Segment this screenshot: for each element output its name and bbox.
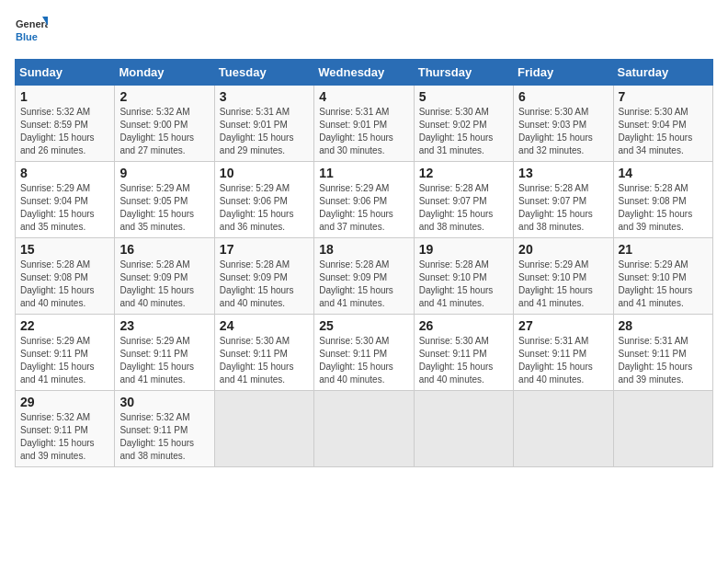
day-number: 25	[319, 318, 408, 333]
calendar-cell: 14 Sunrise: 5:28 AMSunset: 9:08 PMDaylig…	[613, 162, 712, 238]
day-number: 17	[220, 242, 309, 257]
day-number: 13	[518, 166, 608, 180]
calendar-cell: 18 Sunrise: 5:28 AMSunset: 9:09 PMDaylig…	[314, 238, 414, 315]
day-info: Sunrise: 5:28 AMSunset: 9:07 PMDaylight:…	[419, 183, 494, 232]
calendar-cell: 29 Sunrise: 5:32 AMSunset: 9:11 PMDaylig…	[16, 391, 115, 467]
day-info: Sunrise: 5:30 AMSunset: 9:11 PMDaylight:…	[220, 336, 294, 385]
calendar-cell: 28 Sunrise: 5:31 AMSunset: 9:11 PMDaylig…	[613, 315, 712, 391]
day-info: Sunrise: 5:29 AMSunset: 9:04 PMDaylight:…	[20, 183, 95, 232]
day-number: 26	[419, 318, 508, 333]
calendar-cell: 7 Sunrise: 5:30 AMSunset: 9:04 PMDayligh…	[613, 86, 712, 162]
calendar-cell: 6 Sunrise: 5:30 AMSunset: 9:03 PMDayligh…	[514, 86, 613, 162]
day-number: 4	[319, 89, 408, 104]
day-info: Sunrise: 5:32 AMSunset: 9:11 PMDaylight:…	[119, 412, 194, 461]
day-info: Sunrise: 5:28 AMSunset: 9:09 PMDaylight:…	[319, 259, 393, 308]
svg-text:General: General	[16, 18, 48, 29]
calendar-cell: 1 Sunrise: 5:32 AMSunset: 8:59 PMDayligh…	[16, 86, 115, 162]
day-number: 16	[119, 242, 209, 257]
day-number: 20	[518, 242, 608, 257]
day-info: Sunrise: 5:29 AMSunset: 9:11 PMDaylight:…	[20, 336, 95, 385]
calendar-cell: 23 Sunrise: 5:29 AMSunset: 9:11 PMDaylig…	[115, 315, 214, 391]
day-number: 23	[119, 318, 209, 333]
day-info: Sunrise: 5:28 AMSunset: 9:09 PMDaylight:…	[119, 259, 194, 308]
weekday-header-row: SundayMondayTuesdayWednesdayThursdayFrid…	[16, 60, 713, 86]
calendar-cell: 16 Sunrise: 5:28 AMSunset: 9:09 PMDaylig…	[115, 238, 214, 315]
calendar-cell: 11 Sunrise: 5:29 AMSunset: 9:06 PMDaylig…	[314, 162, 414, 238]
calendar-week-row: 29 Sunrise: 5:32 AMSunset: 9:11 PMDaylig…	[16, 391, 713, 467]
weekday-header-tuesday: Tuesday	[214, 60, 313, 86]
calendar-week-row: 22 Sunrise: 5:29 AMSunset: 9:11 PMDaylig…	[16, 315, 713, 391]
day-number: 1	[20, 89, 109, 104]
day-info: Sunrise: 5:31 AMSunset: 9:01 PMDaylight:…	[319, 107, 393, 155]
weekday-header-friday: Friday	[514, 60, 613, 86]
weekday-header-wednesday: Wednesday	[314, 60, 414, 86]
calendar-cell: 3 Sunrise: 5:31 AMSunset: 9:01 PMDayligh…	[214, 86, 313, 162]
calendar-week-row: 8 Sunrise: 5:29 AMSunset: 9:04 PMDayligh…	[16, 162, 713, 238]
day-number: 24	[220, 318, 309, 333]
calendar-table: SundayMondayTuesdayWednesdayThursdayFrid…	[15, 59, 713, 467]
day-info: Sunrise: 5:31 AMSunset: 9:11 PMDaylight:…	[619, 336, 693, 385]
day-number: 27	[518, 318, 608, 333]
day-number: 2	[119, 89, 209, 104]
day-info: Sunrise: 5:31 AMSunset: 9:01 PMDaylight:…	[220, 107, 294, 155]
calendar-cell	[214, 391, 313, 467]
calendar-cell	[314, 391, 414, 467]
day-info: Sunrise: 5:30 AMSunset: 9:03 PMDaylight:…	[518, 107, 593, 155]
calendar-cell: 25 Sunrise: 5:30 AMSunset: 9:11 PMDaylig…	[314, 315, 414, 391]
day-number: 29	[20, 395, 109, 409]
day-info: Sunrise: 5:32 AMSunset: 8:59 PMDaylight:…	[20, 107, 95, 155]
day-number: 11	[319, 166, 408, 180]
day-info: Sunrise: 5:28 AMSunset: 9:08 PMDaylight:…	[619, 183, 693, 232]
day-info: Sunrise: 5:29 AMSunset: 9:10 PMDaylight:…	[518, 259, 593, 308]
calendar-cell	[613, 391, 712, 467]
day-info: Sunrise: 5:29 AMSunset: 9:10 PMDaylight:…	[619, 259, 693, 308]
day-info: Sunrise: 5:28 AMSunset: 9:08 PMDaylight:…	[20, 259, 95, 308]
calendar-cell: 13 Sunrise: 5:28 AMSunset: 9:07 PMDaylig…	[514, 162, 613, 238]
calendar-cell: 22 Sunrise: 5:29 AMSunset: 9:11 PMDaylig…	[16, 315, 115, 391]
weekday-header-monday: Monday	[115, 60, 214, 86]
day-info: Sunrise: 5:30 AMSunset: 9:11 PMDaylight:…	[319, 336, 393, 385]
day-number: 22	[20, 318, 109, 333]
day-number: 19	[419, 242, 508, 257]
day-info: Sunrise: 5:32 AMSunset: 9:11 PMDaylight:…	[20, 412, 95, 461]
calendar-cell: 26 Sunrise: 5:30 AMSunset: 9:11 PMDaylig…	[414, 315, 513, 391]
day-info: Sunrise: 5:29 AMSunset: 9:11 PMDaylight:…	[119, 336, 194, 385]
day-number: 21	[619, 242, 708, 257]
calendar-cell: 10 Sunrise: 5:29 AMSunset: 9:06 PMDaylig…	[214, 162, 313, 238]
day-info: Sunrise: 5:30 AMSunset: 9:02 PMDaylight:…	[419, 107, 494, 155]
day-info: Sunrise: 5:29 AMSunset: 9:06 PMDaylight:…	[220, 183, 294, 232]
day-number: 18	[319, 242, 408, 257]
day-number: 10	[220, 166, 309, 180]
calendar-cell: 27 Sunrise: 5:31 AMSunset: 9:11 PMDaylig…	[514, 315, 613, 391]
calendar-cell	[414, 391, 513, 467]
calendar-cell: 9 Sunrise: 5:29 AMSunset: 9:05 PMDayligh…	[115, 162, 214, 238]
calendar-cell: 21 Sunrise: 5:29 AMSunset: 9:10 PMDaylig…	[613, 238, 712, 315]
calendar-cell: 20 Sunrise: 5:29 AMSunset: 9:10 PMDaylig…	[514, 238, 613, 315]
calendar-cell: 30 Sunrise: 5:32 AMSunset: 9:11 PMDaylig…	[115, 391, 214, 467]
calendar-cell: 8 Sunrise: 5:29 AMSunset: 9:04 PMDayligh…	[16, 162, 115, 238]
day-info: Sunrise: 5:28 AMSunset: 9:09 PMDaylight:…	[220, 259, 294, 308]
calendar-cell: 17 Sunrise: 5:28 AMSunset: 9:09 PMDaylig…	[214, 238, 313, 315]
calendar-cell: 12 Sunrise: 5:28 AMSunset: 9:07 PMDaylig…	[414, 162, 513, 238]
day-info: Sunrise: 5:32 AMSunset: 9:00 PMDaylight:…	[119, 107, 194, 155]
calendar-cell: 4 Sunrise: 5:31 AMSunset: 9:01 PMDayligh…	[314, 86, 414, 162]
calendar-cell: 24 Sunrise: 5:30 AMSunset: 9:11 PMDaylig…	[214, 315, 313, 391]
day-number: 8	[20, 166, 109, 180]
calendar-week-row: 15 Sunrise: 5:28 AMSunset: 9:08 PMDaylig…	[16, 238, 713, 315]
day-number: 15	[20, 242, 109, 257]
day-info: Sunrise: 5:31 AMSunset: 9:11 PMDaylight:…	[518, 336, 593, 385]
day-number: 5	[419, 89, 508, 104]
day-number: 28	[619, 318, 708, 333]
calendar-cell: 5 Sunrise: 5:30 AMSunset: 9:02 PMDayligh…	[414, 86, 513, 162]
day-number: 6	[518, 89, 608, 104]
weekday-header-sunday: Sunday	[16, 60, 115, 86]
day-info: Sunrise: 5:30 AMSunset: 9:11 PMDaylight:…	[419, 336, 494, 385]
calendar-cell: 2 Sunrise: 5:32 AMSunset: 9:00 PMDayligh…	[115, 86, 214, 162]
day-number: 30	[119, 395, 209, 409]
logo-svg: General Blue	[15, 15, 48, 48]
day-info: Sunrise: 5:28 AMSunset: 9:07 PMDaylight:…	[518, 183, 593, 232]
day-info: Sunrise: 5:29 AMSunset: 9:06 PMDaylight:…	[319, 183, 393, 232]
calendar-week-row: 1 Sunrise: 5:32 AMSunset: 8:59 PMDayligh…	[16, 86, 713, 162]
weekday-header-thursday: Thursday	[414, 60, 513, 86]
calendar-cell: 19 Sunrise: 5:28 AMSunset: 9:10 PMDaylig…	[414, 238, 513, 315]
